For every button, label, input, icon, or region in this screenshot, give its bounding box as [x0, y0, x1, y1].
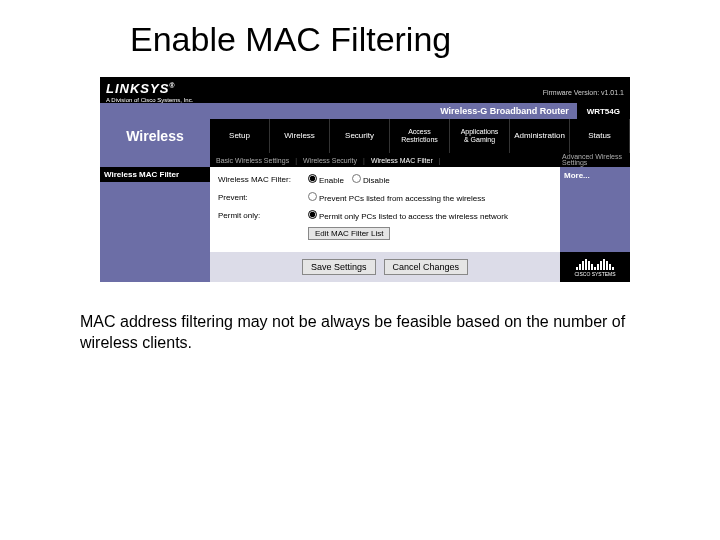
- model-number: WRT54G: [577, 103, 630, 119]
- top-bar: LINKSYS® A Division of Cisco Systems, In…: [100, 77, 630, 103]
- section-label: Wireless: [100, 119, 210, 153]
- subtab-basic-wireless[interactable]: Basic Wireless Settings: [210, 157, 295, 164]
- label-prevent: Prevent:: [218, 193, 308, 202]
- side-box-label: Wireless MAC Filter: [100, 167, 210, 182]
- tab-security[interactable]: Security: [330, 119, 390, 153]
- model-row: Wireless-G Broadband Router WRT54G: [100, 103, 630, 119]
- edit-mac-filter-button[interactable]: Edit MAC Filter List: [308, 227, 390, 240]
- tab-administration[interactable]: Administration: [510, 119, 570, 153]
- linksys-logo: LINKSYS®: [106, 81, 176, 96]
- footer-buttons: Save Settings Cancel Changes: [210, 252, 560, 282]
- subtab-advanced-wireless[interactable]: Advanced Wireless Settings: [554, 154, 630, 167]
- help-column: More...: [560, 167, 630, 252]
- form-area: Wireless MAC Filter: Enable Disable Prev…: [210, 167, 560, 252]
- main-tabs: Wireless Setup Wireless Security Access …: [100, 119, 630, 153]
- router-name: Wireless-G Broadband Router: [440, 106, 568, 116]
- cisco-logo: CISCO SYSTEMS: [560, 252, 630, 282]
- radio-prevent[interactable]: Prevent PCs listed from accessing the wi…: [308, 192, 485, 203]
- cancel-changes-button[interactable]: Cancel Changes: [384, 259, 469, 275]
- tab-access-restrictions[interactable]: Access Restrictions: [390, 119, 450, 153]
- cisco-label: CISCO SYSTEMS: [574, 271, 615, 277]
- row-permit: Permit only: Permit only PCs listed to a…: [218, 209, 552, 221]
- content-row: Wireless MAC Filter Wireless MAC Filter:…: [100, 167, 630, 252]
- subtab-wireless-mac-filter[interactable]: Wireless MAC Filter: [365, 157, 439, 164]
- more-link[interactable]: More...: [564, 171, 590, 180]
- footer-row: Save Settings Cancel Changes CISCO SYSTE…: [100, 252, 630, 282]
- router-admin-panel: LINKSYS® A Division of Cisco Systems, In…: [100, 77, 630, 282]
- firmware-version: Firmware Version: v1.01.1: [543, 89, 624, 96]
- tab-wireless[interactable]: Wireless: [270, 119, 330, 153]
- subtab-spacer: [100, 153, 210, 167]
- logo-subtext: A Division of Cisco Systems, Inc.: [106, 97, 193, 103]
- radio-enable[interactable]: Enable: [308, 174, 344, 185]
- tab-status[interactable]: Status: [570, 119, 630, 153]
- side-column: Wireless MAC Filter: [100, 167, 210, 252]
- slide-title: Enable MAC Filtering: [130, 20, 720, 59]
- row-prevent: Prevent: Prevent PCs listed from accessi…: [218, 191, 552, 203]
- subtab-wireless-security[interactable]: Wireless Security: [297, 157, 363, 164]
- separator: |: [439, 157, 441, 164]
- row-edit-btn: Edit MAC Filter List: [218, 227, 552, 240]
- row-mac-filter-enable: Wireless MAC Filter: Enable Disable: [218, 173, 552, 185]
- label-permit: Permit only:: [218, 211, 308, 220]
- radio-permit[interactable]: Permit only PCs listed to access the wir…: [308, 210, 508, 221]
- cisco-bars-icon: [576, 258, 614, 270]
- footer-spacer: [100, 252, 210, 282]
- save-settings-button[interactable]: Save Settings: [302, 259, 376, 275]
- tab-applications-gaming[interactable]: Applications & Gaming: [450, 119, 510, 153]
- label-mac-filter: Wireless MAC Filter:: [218, 175, 308, 184]
- slide-caption: MAC address filtering may not be always …: [80, 312, 640, 354]
- subtabs: Basic Wireless Settings | Wireless Secur…: [100, 153, 630, 167]
- logo-block: LINKSYS® A Division of Cisco Systems, In…: [106, 79, 193, 103]
- radio-disable[interactable]: Disable: [352, 174, 390, 185]
- tab-setup[interactable]: Setup: [210, 119, 270, 153]
